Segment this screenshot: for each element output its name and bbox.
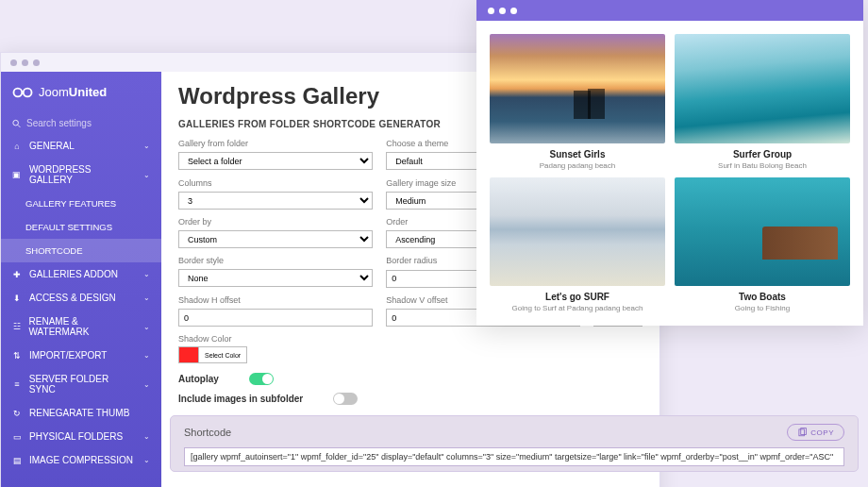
gallery-title: Two Boats xyxy=(675,292,850,302)
gallery-title: Sunset Girls xyxy=(490,149,665,160)
puzzle-icon: ✚ xyxy=(12,270,22,279)
sidebar-subitem-1-2[interactable]: SHORTCODE xyxy=(1,239,161,262)
field-shadow_h: Shadow H offset xyxy=(178,295,373,327)
brand-icon xyxy=(12,86,33,99)
sidebar-item-label: RENEGARATE THUMB xyxy=(29,408,129,418)
layers-icon: ☳ xyxy=(12,322,22,331)
gallery-thumb xyxy=(675,34,850,143)
copy-icon xyxy=(797,428,807,437)
field-order_by: Order byCustom xyxy=(178,217,373,249)
sidebar-item-label: GENERAL xyxy=(29,141,75,151)
color-swatch[interactable] xyxy=(178,346,199,363)
sidebar-item-7[interactable]: ↻RENEGARATE THUMB xyxy=(1,401,161,425)
gallery-thumb xyxy=(490,177,665,287)
shortcode-label: Shortcode xyxy=(184,427,231,438)
field-columns: Columns3 xyxy=(178,178,373,210)
sidebar-subitem-1-0[interactable]: GALLERY FEATURES xyxy=(1,192,161,215)
gallery-thumb xyxy=(675,177,850,287)
subfolder-toggle[interactable] xyxy=(333,393,358,405)
border_style-select[interactable]: None xyxy=(178,269,373,287)
shadow_h-input[interactable] xyxy=(178,309,373,327)
sidebar-item-label: IMPORT/EXPORT xyxy=(29,350,107,361)
sidebar-item-8[interactable]: ▭PHYSICAL FOLDERS⌄ xyxy=(1,425,161,448)
gallery-title: Surfer Group xyxy=(675,149,850,160)
sidebar-item-5[interactable]: ⇅IMPORT/EXPORT⌄ xyxy=(1,344,161,367)
field-gallery_from_folder: Gallery from folderSelect a folder xyxy=(178,139,373,171)
sidebar-item-3[interactable]: ⬇ACCESS & DESIGN⌄ xyxy=(1,286,161,310)
gallery-grid: Sunset GirlsPadang padang beachSurfer Gr… xyxy=(490,34,850,312)
chevron-down-icon: ⌄ xyxy=(143,432,150,441)
sidebar-item-label: ACCESS & DESIGN xyxy=(29,293,116,303)
field-label: Shadow Color xyxy=(178,334,643,344)
autoplay-toggle[interactable] xyxy=(249,373,274,385)
shortcode-input[interactable] xyxy=(184,447,844,466)
search-row[interactable] xyxy=(1,112,161,134)
gallery-card-0[interactable]: Sunset GirlsPadang padang beach xyxy=(490,34,665,170)
chevron-down-icon: ⌄ xyxy=(143,351,150,360)
sidebar-item-label: GALLERIES ADDON xyxy=(29,269,118,279)
brand-logo: JoomUnited xyxy=(1,72,161,112)
search-input[interactable] xyxy=(26,118,150,128)
refresh-icon: ↻ xyxy=(12,409,22,418)
sidebar-item-4[interactable]: ☳RENAME & WATERMARK⌄ xyxy=(1,310,161,344)
gallery-card-2[interactable]: Let's go SURFGoing to Surf at Padang pad… xyxy=(490,177,665,313)
gallery-preview-window: Sunset GirlsPadang padang beachSurfer Gr… xyxy=(476,0,863,326)
order_by-select[interactable]: Custom xyxy=(178,230,373,248)
nav-menu: ⌂GENERAL⌄▣WORDPRESS GALLERY⌄GALLERY FEAT… xyxy=(1,134,161,472)
chevron-down-icon: ⌄ xyxy=(143,294,150,302)
sidebar-item-1[interactable]: ▣WORDPRESS GALLERY⌄ xyxy=(1,158,161,192)
gallery-card-1[interactable]: Surfer GroupSurf in Batu Bolong Beach xyxy=(675,34,850,170)
chevron-down-icon: ⌄ xyxy=(143,380,150,389)
field-label: Shadow H offset xyxy=(178,295,373,305)
stack-icon: ≡ xyxy=(12,379,22,389)
svg-point-1 xyxy=(24,88,32,96)
autoplay-label: Autoplay xyxy=(178,374,219,384)
sidebar-item-label: IMAGE COMPRESSION xyxy=(29,455,133,465)
gallery-thumb xyxy=(490,34,665,143)
subfolder-label: Include images in subfolder xyxy=(178,394,303,404)
home-icon: ⌂ xyxy=(12,142,22,151)
shortcode-panel: Shortcode COPY xyxy=(170,415,859,472)
sidebar-item-0[interactable]: ⌂GENERAL⌄ xyxy=(1,134,161,158)
compress-icon: ▤ xyxy=(12,456,22,465)
chevron-down-icon: ⌄ xyxy=(143,456,150,464)
chevron-down-icon: ⌄ xyxy=(143,171,150,179)
updown-icon: ⇅ xyxy=(12,351,22,361)
gallery-caption: Going to Surf at Padang padang beach xyxy=(490,304,665,312)
sidebar: JoomUnited ⌂GENERAL⌄▣WORDPRESS GALLERY⌄G… xyxy=(1,72,161,487)
download-icon: ⬇ xyxy=(12,294,22,303)
field-label: Border style xyxy=(178,256,373,265)
gallery-caption: Padang padang beach xyxy=(490,161,665,170)
folder-icon: ▭ xyxy=(12,432,22,442)
sidebar-item-label: RENAME & WATERMARK xyxy=(29,316,136,337)
sidebar-item-label: PHYSICAL FOLDERS xyxy=(29,431,123,442)
sidebar-subitem-1-1[interactable]: DEFAULT SETTINGS xyxy=(1,215,161,239)
gallery-title: Let's go SURF xyxy=(490,292,665,302)
field-label: Gallery from folder xyxy=(178,139,373,148)
field-label: Order by xyxy=(178,217,373,227)
sidebar-item-6[interactable]: ≡SERVER FOLDER SYNC⌄ xyxy=(1,367,161,401)
columns-select[interactable]: 3 xyxy=(178,192,373,210)
chevron-down-icon: ⌄ xyxy=(143,323,150,331)
field-label: Columns xyxy=(178,178,373,188)
field-shadow-color: Shadow ColorSelect Color xyxy=(178,334,643,363)
sidebar-item-2[interactable]: ✚GALLERIES ADDON⌄ xyxy=(1,262,161,286)
gallery_from_folder-select[interactable]: Select a folder xyxy=(178,152,373,170)
sidebar-item-label: SERVER FOLDER SYNC xyxy=(29,374,136,395)
svg-point-2 xyxy=(13,120,19,126)
sidebar-item-9[interactable]: ▤IMAGE COMPRESSION⌄ xyxy=(1,448,161,472)
svg-point-0 xyxy=(13,88,22,96)
select-color-button[interactable]: Select Color xyxy=(199,346,247,363)
gallery-caption: Going to Fishing xyxy=(675,304,850,312)
chevron-down-icon: ⌄ xyxy=(143,270,150,278)
search-icon xyxy=(12,119,21,128)
chevron-down-icon: ⌄ xyxy=(143,142,150,150)
sidebar-item-label: WORDPRESS GALLERY xyxy=(29,164,136,185)
field-border_style: Border styleNone xyxy=(178,256,373,288)
svg-line-3 xyxy=(18,125,21,127)
gallery-card-3[interactable]: Two BoatsGoing to Fishing xyxy=(675,177,850,313)
copy-button[interactable]: COPY xyxy=(787,424,844,441)
preview-titlebar xyxy=(476,0,863,21)
image-icon: ▣ xyxy=(12,170,22,179)
gallery-caption: Surf in Batu Bolong Beach xyxy=(675,161,850,170)
